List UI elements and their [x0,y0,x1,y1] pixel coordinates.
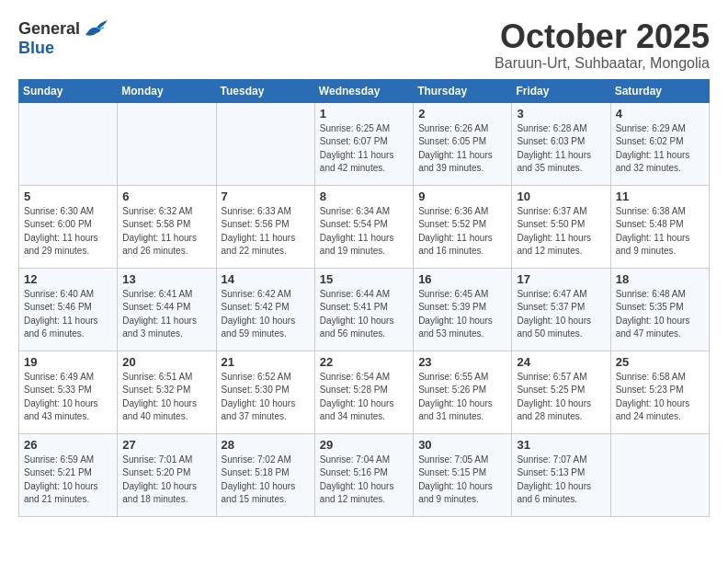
logo-blue-text: Blue [18,39,54,58]
calendar-week-5: 26Sunrise: 6:59 AM Sunset: 5:21 PM Dayli… [19,433,710,516]
calendar-cell: 30Sunrise: 7:05 AM Sunset: 5:15 PM Dayli… [414,433,512,516]
day-info: Sunrise: 6:40 AM Sunset: 5:46 PM Dayligh… [24,288,112,341]
calendar-cell: 18Sunrise: 6:48 AM Sunset: 5:35 PM Dayli… [610,268,709,350]
day-number: 3 [517,107,605,121]
title-block: October 2025 Baruun-Urt, Suhbaatar, Mong… [495,18,710,72]
day-header-thursday: Thursday [414,79,512,102]
calendar-cell: 7Sunrise: 6:33 AM Sunset: 5:56 PM Daylig… [216,185,314,268]
calendar-cell [610,433,709,516]
day-header-saturday: Saturday [610,79,709,102]
calendar-cell: 11Sunrise: 6:38 AM Sunset: 5:48 PM Dayli… [610,185,709,268]
calendar-cell: 3Sunrise: 6:28 AM Sunset: 6:03 PM Daylig… [512,102,610,185]
day-number: 30 [418,438,506,452]
day-info: Sunrise: 7:02 AM Sunset: 5:18 PM Dayligh… [222,454,310,507]
calendar-cell: 19Sunrise: 6:49 AM Sunset: 5:33 PM Dayli… [19,350,118,433]
calendar-cell: 1Sunrise: 6:25 AM Sunset: 6:07 PM Daylig… [314,102,413,185]
day-header-sunday: Sunday [19,79,118,102]
calendar-cell: 4Sunrise: 6:29 AM Sunset: 6:02 PM Daylig… [610,102,709,185]
day-number: 15 [320,272,408,286]
day-info: Sunrise: 6:29 AM Sunset: 6:02 PM Dayligh… [616,122,704,176]
logo-bird-icon [84,18,109,39]
calendar-cell: 21Sunrise: 6:52 AM Sunset: 5:30 PM Dayli… [216,350,314,433]
day-number: 22 [320,355,408,369]
calendar-cell: 17Sunrise: 6:47 AM Sunset: 5:37 PM Dayli… [512,268,610,350]
calendar-cell: 12Sunrise: 6:40 AM Sunset: 5:46 PM Dayli… [19,268,118,350]
calendar-cell: 23Sunrise: 6:55 AM Sunset: 5:26 PM Dayli… [414,350,512,433]
day-number: 31 [517,438,605,452]
calendar-week-2: 5Sunrise: 6:30 AM Sunset: 6:00 PM Daylig… [19,185,710,268]
calendar-table: SundayMondayTuesdayWednesdayThursdayFrid… [18,79,710,517]
calendar-cell: 6Sunrise: 6:32 AM Sunset: 5:58 PM Daylig… [118,185,216,268]
day-info: Sunrise: 6:51 AM Sunset: 5:32 PM Dayligh… [122,371,210,424]
day-number: 18 [616,272,704,286]
day-number: 25 [616,355,704,369]
day-info: Sunrise: 6:57 AM Sunset: 5:25 PM Dayligh… [517,371,605,424]
calendar-week-3: 12Sunrise: 6:40 AM Sunset: 5:46 PM Dayli… [19,268,710,350]
day-number: 10 [517,190,605,203]
day-info: Sunrise: 6:36 AM Sunset: 5:52 PM Dayligh… [418,205,506,259]
day-info: Sunrise: 6:28 AM Sunset: 6:03 PM Dayligh… [517,122,605,176]
day-number: 2 [418,107,506,121]
calendar-cell [19,102,118,185]
day-number: 21 [222,355,310,369]
calendar-cell: 26Sunrise: 6:59 AM Sunset: 5:21 PM Dayli… [19,433,118,516]
day-info: Sunrise: 7:05 AM Sunset: 5:15 PM Dayligh… [418,454,506,507]
day-info: Sunrise: 6:32 AM Sunset: 5:58 PM Dayligh… [122,205,210,259]
calendar-cell: 13Sunrise: 6:41 AM Sunset: 5:44 PM Dayli… [118,268,216,350]
day-number: 29 [320,438,408,452]
day-info: Sunrise: 6:47 AM Sunset: 5:37 PM Dayligh… [517,288,605,341]
calendar-cell: 5Sunrise: 6:30 AM Sunset: 6:00 PM Daylig… [19,185,118,268]
calendar-cell: 25Sunrise: 6:58 AM Sunset: 5:23 PM Dayli… [610,350,709,433]
day-info: Sunrise: 6:38 AM Sunset: 5:48 PM Dayligh… [616,205,704,259]
day-number: 17 [517,272,605,286]
header-row: SundayMondayTuesdayWednesdayThursdayFrid… [19,79,710,102]
day-number: 8 [320,190,408,203]
day-number: 13 [122,272,210,286]
calendar-week-1: 1Sunrise: 6:25 AM Sunset: 6:07 PM Daylig… [19,102,710,185]
calendar-cell: 31Sunrise: 7:07 AM Sunset: 5:13 PM Dayli… [512,433,610,516]
day-number: 16 [418,272,506,286]
day-number: 7 [222,190,310,203]
day-info: Sunrise: 6:30 AM Sunset: 6:00 PM Dayligh… [24,205,112,259]
calendar-cell: 22Sunrise: 6:54 AM Sunset: 5:28 PM Dayli… [314,350,413,433]
calendar-cell: 27Sunrise: 7:01 AM Sunset: 5:20 PM Dayli… [118,433,216,516]
day-number: 6 [122,190,210,203]
day-info: Sunrise: 6:33 AM Sunset: 5:56 PM Dayligh… [222,205,310,259]
day-number: 20 [122,355,210,369]
day-info: Sunrise: 6:58 AM Sunset: 5:23 PM Dayligh… [616,371,704,424]
day-number: 28 [222,438,310,452]
day-header-wednesday: Wednesday [314,79,413,102]
calendar-cell: 14Sunrise: 6:42 AM Sunset: 5:42 PM Dayli… [216,268,314,350]
page: General Blue October 2025 Baruun-Urt, Su… [0,0,728,526]
day-info: Sunrise: 6:59 AM Sunset: 5:21 PM Dayligh… [24,454,112,507]
calendar-cell: 16Sunrise: 6:45 AM Sunset: 5:39 PM Dayli… [414,268,512,350]
day-info: Sunrise: 7:04 AM Sunset: 5:16 PM Dayligh… [320,454,408,507]
calendar-title: October 2025 [495,18,710,55]
calendar-cell: 20Sunrise: 6:51 AM Sunset: 5:32 PM Dayli… [118,350,216,433]
day-info: Sunrise: 6:49 AM Sunset: 5:33 PM Dayligh… [24,371,112,424]
day-header-tuesday: Tuesday [216,79,314,102]
day-number: 5 [24,190,112,203]
day-number: 26 [24,438,112,452]
day-number: 27 [122,438,210,452]
day-number: 1 [320,107,408,121]
calendar-cell: 15Sunrise: 6:44 AM Sunset: 5:41 PM Dayli… [314,268,413,350]
day-info: Sunrise: 6:54 AM Sunset: 5:28 PM Dayligh… [320,371,408,424]
day-info: Sunrise: 6:55 AM Sunset: 5:26 PM Dayligh… [418,371,506,424]
day-number: 11 [616,190,704,203]
day-info: Sunrise: 6:52 AM Sunset: 5:30 PM Dayligh… [222,371,310,424]
day-info: Sunrise: 6:45 AM Sunset: 5:39 PM Dayligh… [418,288,506,341]
calendar-cell: 24Sunrise: 6:57 AM Sunset: 5:25 PM Dayli… [512,350,610,433]
day-number: 9 [418,190,506,203]
calendar-cell [118,102,216,185]
calendar-week-4: 19Sunrise: 6:49 AM Sunset: 5:33 PM Dayli… [19,350,710,433]
day-header-monday: Monday [118,79,216,102]
day-info: Sunrise: 6:37 AM Sunset: 5:50 PM Dayligh… [517,205,605,259]
calendar-cell [216,102,314,185]
calendar-cell: 29Sunrise: 7:04 AM Sunset: 5:16 PM Dayli… [314,433,413,516]
day-header-friday: Friday [512,79,610,102]
day-number: 14 [222,272,310,286]
day-info: Sunrise: 6:44 AM Sunset: 5:41 PM Dayligh… [320,288,408,341]
calendar-cell: 8Sunrise: 6:34 AM Sunset: 5:54 PM Daylig… [314,185,413,268]
day-info: Sunrise: 6:25 AM Sunset: 6:07 PM Dayligh… [320,122,408,176]
